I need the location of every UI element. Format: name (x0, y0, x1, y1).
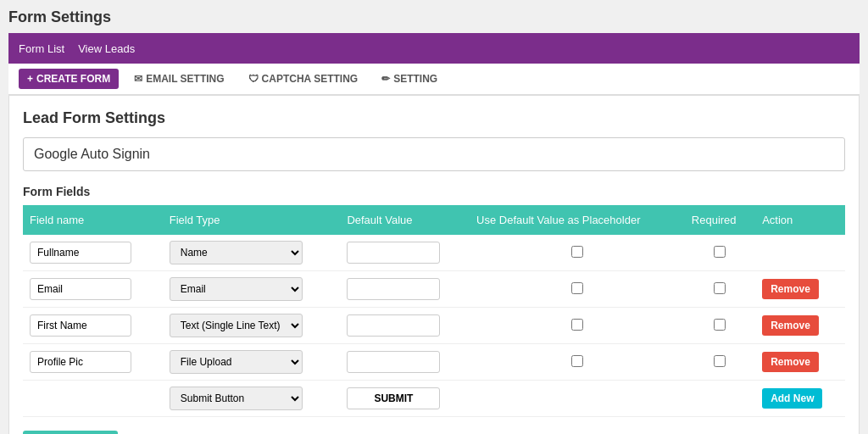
email-icon: ✉ (134, 73, 142, 85)
col-use-placeholder: Use Default Value as Placeholder (470, 205, 685, 235)
field-name-input-4[interactable] (30, 351, 131, 373)
submit-value-input[interactable] (347, 387, 440, 409)
form-name-input[interactable] (23, 137, 845, 171)
create-form-button[interactable]: + CREATE FORM (19, 69, 119, 89)
table-row: Name Email Text (Single Line Text) File … (23, 271, 845, 308)
pencil-icon: ✏ (381, 73, 390, 85)
setting-button[interactable]: ✏ SETTING (373, 69, 446, 89)
required-checkbox-3[interactable] (714, 319, 726, 331)
use-placeholder-checkbox-4[interactable] (571, 355, 583, 367)
table-row: Name Email Text (Single Line Text) File … (23, 235, 845, 271)
field-name-input-2[interactable] (30, 278, 131, 300)
col-field-type: Field Type (163, 205, 341, 235)
field-type-select-1[interactable]: Name Email Text (Single Line Text) File … (170, 241, 303, 264)
add-new-button[interactable]: Add New (762, 388, 822, 409)
nav-form-list[interactable]: Form List (19, 36, 64, 62)
use-placeholder-checkbox-2[interactable] (571, 282, 583, 294)
shield-icon: 🛡 (248, 73, 259, 85)
default-value-input-4[interactable] (347, 351, 440, 373)
field-name-input-3[interactable] (30, 314, 131, 337)
toolbar: + CREATE FORM ✉ EMAIL SETTING 🛡 CAPTCHA … (8, 64, 860, 95)
field-type-select-3[interactable]: Name Email Text (Single Line Text) File … (170, 314, 303, 337)
default-value-input-3[interactable] (347, 314, 440, 337)
remove-button-2[interactable]: Remove (762, 279, 819, 299)
col-field-name: Field name (23, 205, 163, 235)
plus-icon: + (27, 73, 33, 85)
page-title: Form Settings (8, 8, 860, 26)
default-value-input-1[interactable] (347, 242, 440, 264)
use-placeholder-checkbox-3[interactable] (571, 319, 583, 331)
default-value-input-2[interactable] (347, 278, 440, 300)
captcha-setting-button[interactable]: 🛡 CAPTCHA SETTING (240, 69, 367, 89)
required-checkbox-2[interactable] (714, 282, 726, 294)
table-row: Name Email Text (Single Line Text) File … (23, 381, 845, 417)
main-content: Lead Form Settings Form Fields Field nam… (8, 95, 860, 434)
remove-button-3[interactable]: Remove (762, 315, 819, 336)
field-type-select-5[interactable]: Name Email Text (Single Line Text) File … (170, 387, 303, 410)
nav-view-leads[interactable]: View Leads (78, 36, 135, 62)
remove-button-4[interactable]: Remove (762, 352, 819, 372)
table-row: Name Email Text (Single Line Text) File … (23, 308, 845, 344)
nav-bar: Form List View Leads (8, 33, 860, 64)
col-default-value: Default Value (340, 205, 470, 235)
fields-table: Field name Field Type Default Value Use … (23, 205, 845, 417)
use-placeholder-checkbox-1[interactable] (571, 246, 583, 258)
field-type-select-4[interactable]: Name Email Text (Single Line Text) File … (170, 350, 303, 374)
save-form-button[interactable]: Save Form (23, 431, 118, 434)
table-header-row: Field name Field Type Default Value Use … (23, 205, 845, 235)
table-row: Name Email Text (Single Line Text) File … (23, 344, 845, 381)
required-checkbox-4[interactable] (714, 355, 726, 367)
col-required: Required (685, 205, 755, 235)
field-name-input-1[interactable] (30, 242, 131, 264)
field-type-select-2[interactable]: Name Email Text (Single Line Text) File … (170, 277, 303, 301)
form-fields-label: Form Fields (23, 185, 845, 198)
required-checkbox-1[interactable] (714, 246, 726, 258)
email-setting-button[interactable]: ✉ EMAIL SETTING (125, 69, 232, 89)
section-title: Lead Form Settings (23, 109, 845, 127)
col-action: Action (755, 205, 845, 235)
